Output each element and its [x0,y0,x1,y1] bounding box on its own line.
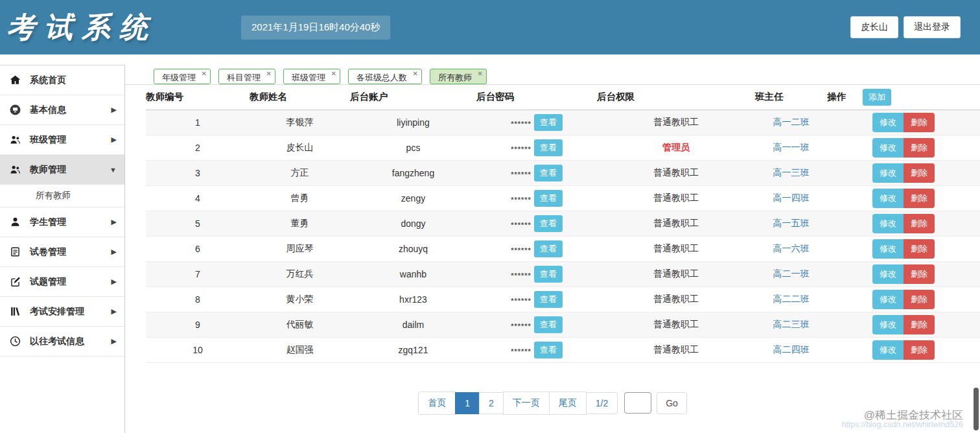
password-mask: ****** [511,322,531,330]
tab-all-teachers[interactable]: 所有教师 ✕ [430,69,487,84]
chevron-right-icon: ▶ [111,135,117,144]
compose-icon [9,275,22,288]
col-password: 后台密码 [476,85,597,110]
col-permission: 后台权限 [597,85,755,110]
head-teacher-link[interactable]: 高一六班 [773,243,810,253]
edit-button[interactable]: 修改 [872,315,904,334]
edit-button[interactable]: 修改 [872,113,904,132]
teacher-table: 教师编号 教师姓名 后台账户 后台密码 后台权限 班主任 操作添加 1 李银萍 … [146,85,980,363]
view-password-button[interactable]: 查看 [534,215,563,232]
view-password-button[interactable]: 查看 [534,291,563,308]
close-icon[interactable]: ✕ [478,70,483,77]
pagination-first[interactable]: 首页 [418,392,456,415]
pagination-page-input[interactable] [624,392,651,414]
close-icon[interactable]: ✕ [413,70,418,77]
tab-class-mgmt[interactable]: 班级管理 ✕ [283,69,340,84]
sidebar-subitem-all-teachers[interactable]: 所有教师 [0,185,124,207]
view-password-button[interactable]: 查看 [534,190,563,207]
clock-display: 2021年1月19日16时40分40秒 [241,16,390,40]
tab-bar: 年级管理 ✕ 科目管理 ✕ 班级管理 ✕ 各班级总人数 ✕ 所有教师 ✕ [125,65,980,85]
tab-subject-mgmt[interactable]: 科目管理 ✕ [218,69,275,84]
col-teacher-name: 教师姓名 [250,85,350,110]
people-group-icon [9,163,22,176]
delete-button[interactable]: 删除 [904,340,935,360]
pagination-next[interactable]: 下一页 [503,392,550,415]
pagination-page-2[interactable]: 2 [479,392,504,414]
col-actions: 操作 [827,91,846,102]
delete-button[interactable]: 删除 [904,138,935,158]
table-row: 3 方正 fangzheng ******查看 普通教职工 高一三班 修改删除 [146,160,980,185]
head-teacher-link[interactable]: 高二四班 [773,344,810,355]
head-teacher-link[interactable]: 高二三班 [773,319,810,329]
sidebar-item-exam-schedule[interactable]: 考试安排管理 ▶ [0,297,124,327]
chevron-right-icon: ▶ [111,307,117,316]
edit-button[interactable]: 修改 [872,264,904,284]
scrollbar-thumb[interactable] [974,388,979,430]
view-password-button[interactable]: 查看 [534,316,563,333]
view-password-button[interactable]: 查看 [534,240,563,257]
person-icon [9,216,22,229]
delete-button[interactable]: 删除 [904,264,935,284]
delete-button[interactable]: 删除 [904,315,935,334]
head-teacher-link[interactable]: 高一一班 [773,142,810,152]
tab-grade-mgmt[interactable]: 年级管理 ✕ [154,69,211,84]
delete-button[interactable]: 删除 [904,214,935,233]
pagination-page-1[interactable]: 1 [455,392,480,414]
head-teacher-link[interactable]: 高一五班 [773,218,810,228]
sidebar-item-student-mgmt[interactable]: 学生管理 ▶ [0,207,124,237]
clock-icon [9,335,22,348]
home-icon [9,74,22,87]
view-password-button[interactable]: 查看 [534,342,563,358]
close-icon[interactable]: ✕ [331,70,336,77]
chevron-right-icon: ▶ [111,337,117,345]
sidebar-item-basic-info[interactable]: 基本信息 ▶ [0,95,124,125]
edit-button[interactable]: 修改 [872,214,904,233]
delete-button[interactable]: 删除 [904,189,935,208]
pagination-last[interactable]: 尾页 [549,392,587,415]
people-group-icon [9,134,22,146]
sidebar-item-home[interactable]: 系统首页 [0,65,124,95]
books-icon [9,305,22,318]
sidebar: 系统首页 基本信息 ▶ 班级管理 ▶ 教师管理 ▼ 所有教师 学生管理 ▶ 试卷… [0,65,125,433]
view-password-button[interactable]: 查看 [534,139,563,156]
delete-button[interactable]: 删除 [904,290,935,309]
edit-button[interactable]: 修改 [872,138,904,158]
head-teacher-link[interactable]: 高一二班 [773,117,810,127]
logout-button[interactable]: 退出登录 [904,16,961,38]
delete-button[interactable]: 删除 [904,163,935,183]
head-teacher-link[interactable]: 高二一班 [773,268,810,279]
delete-button[interactable]: 删除 [904,239,935,259]
pagination-indicator: 1/2 [586,392,618,414]
top-header: 考试系统 2021年1月19日16时40分40秒 皮长山 退出登录 [0,0,980,54]
sidebar-item-teacher-mgmt[interactable]: 教师管理 ▼ [0,155,124,185]
edit-button[interactable]: 修改 [872,340,904,360]
sidebar-item-paper-mgmt[interactable]: 试卷管理 ▶ [0,237,124,267]
close-icon[interactable]: ✕ [202,70,207,77]
sidebar-item-past-exams[interactable]: 以往考试信息 ▶ [0,327,124,357]
sidebar-item-question-mgmt[interactable]: 试题管理 ▶ [0,267,124,297]
delete-button[interactable]: 删除 [904,113,935,132]
head-teacher-link[interactable]: 高一三班 [773,167,810,178]
close-icon[interactable]: ✕ [266,70,272,77]
monitor-circle-icon [9,104,22,117]
head-teacher-link[interactable]: 高一四班 [773,193,810,203]
edit-button[interactable]: 修改 [872,189,904,208]
view-password-button[interactable]: 查看 [534,266,563,283]
edit-button[interactable]: 修改 [872,163,904,183]
edit-button[interactable]: 修改 [872,239,904,259]
current-user-button[interactable]: 皮长山 [850,16,898,38]
head-teacher-link[interactable]: 高二二班 [773,294,810,304]
password-mask: ****** [511,272,531,279]
tab-class-totals[interactable]: 各班级总人数 ✕ [348,69,422,84]
pagination-go-button[interactable]: Go [657,392,687,414]
sidebar-item-class-mgmt[interactable]: 班级管理 ▶ [0,125,124,155]
add-button[interactable]: 添加 [863,89,891,106]
app-logo: 考试系统 [6,8,157,47]
password-mask: ****** [511,170,531,178]
view-password-button[interactable]: 查看 [534,165,563,181]
col-head-teacher: 班主任 [755,85,827,110]
chevron-right-icon: ▶ [111,218,117,226]
edit-button[interactable]: 修改 [872,290,904,309]
view-password-button[interactable]: 查看 [534,114,563,131]
document-icon [9,246,22,259]
